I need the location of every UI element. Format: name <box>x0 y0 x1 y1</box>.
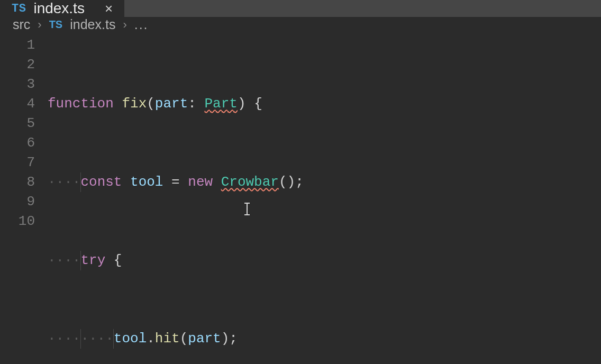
code-area[interactable]: function fix(part: Part) { ····const too… <box>48 32 601 364</box>
line-number: 3 <box>0 75 35 94</box>
breadcrumb-seg-src[interactable]: src <box>13 17 30 32</box>
typescript-icon: TS <box>49 19 63 31</box>
code-line[interactable]: ····try { <box>48 251 601 270</box>
keyword-function: function <box>48 96 114 112</box>
editor-window: TS index.ts × src › TS index.ts › ... 1 … <box>0 0 601 364</box>
line-number: 9 <box>0 192 35 212</box>
line-number: 6 <box>0 133 35 153</box>
line-number-gutter: 1 2 3 4 5 6 7 8 9 10 <box>0 32 48 364</box>
line-number: 5 <box>0 114 35 133</box>
chevron-right-icon: › <box>38 18 41 32</box>
chevron-right-icon: › <box>123 18 126 32</box>
line-number: 7 <box>0 153 35 172</box>
tab-index-ts[interactable]: TS index.ts × <box>0 0 124 17</box>
editor-body: 1 2 3 4 5 6 7 8 9 10 function fix(part: … <box>0 32 601 364</box>
whitespace-dots: ···· <box>48 174 80 190</box>
method-call: hit <box>155 331 180 347</box>
tab-bar: TS index.ts × <box>0 0 601 17</box>
variable: tool <box>114 331 147 347</box>
parameter: part <box>155 96 188 112</box>
argument: part <box>188 331 221 347</box>
keyword-try: try <box>80 252 105 268</box>
code-line[interactable]: ····const tool = new Crowbar(); <box>48 172 601 192</box>
type-ref-error: Crowbar <box>221 174 279 190</box>
tab-label: index.ts <box>33 0 85 17</box>
line-number: 1 <box>0 35 35 55</box>
whitespace-dots: ···· <box>48 252 80 268</box>
line-number: 2 <box>0 55 35 75</box>
breadcrumb-seg-file[interactable]: index.ts <box>70 17 115 32</box>
keyword-new: new <box>188 174 213 190</box>
line-number: 4 <box>0 94 35 114</box>
breadcrumb-overflow[interactable]: ... <box>134 17 149 32</box>
line-number: 8 <box>0 172 35 192</box>
line-number: 10 <box>0 212 35 231</box>
keyword-const: const <box>80 174 122 190</box>
variable: tool <box>130 174 163 190</box>
breadcrumb[interactable]: src › TS index.ts › ... <box>0 17 601 32</box>
function-name: fix <box>122 96 147 112</box>
code-line[interactable]: ········tool.hit(part); <box>48 329 601 349</box>
typescript-icon: TS <box>12 2 26 15</box>
type-ref-error: Part <box>205 96 238 112</box>
close-icon[interactable]: × <box>105 2 113 15</box>
code-line[interactable]: function fix(part: Part) { <box>48 94 601 114</box>
